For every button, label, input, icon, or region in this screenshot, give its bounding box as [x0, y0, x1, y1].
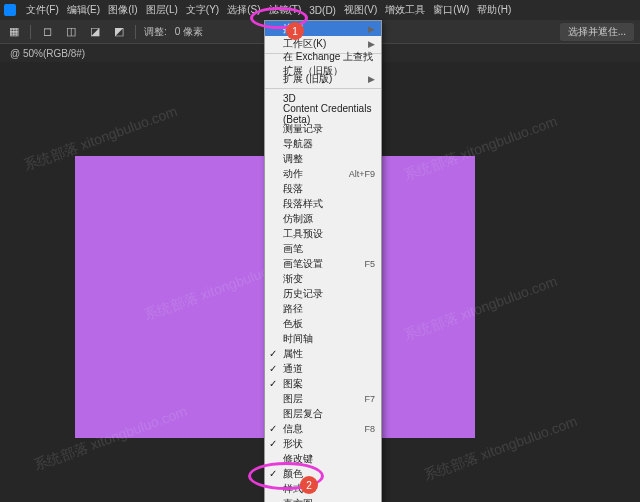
menu-type[interactable]: 文字(Y) — [182, 3, 223, 17]
feather-value[interactable]: 0 像素 — [175, 25, 203, 39]
menu-item-label: 路径 — [283, 302, 303, 316]
menu-item[interactable]: 图层F7 — [265, 391, 381, 406]
menu-item[interactable]: 测量记录 — [265, 121, 381, 136]
menu-item-label: 段落 — [283, 182, 303, 196]
menu-item-label: 画笔设置 — [283, 257, 323, 271]
menu-item[interactable]: 动作Alt+F9 — [265, 166, 381, 181]
menu-item-label: 通道 — [283, 362, 303, 376]
menu-item[interactable]: 图层复合 — [265, 406, 381, 421]
separator — [135, 25, 136, 39]
feather-label: 调整: — [144, 25, 167, 39]
menu-item[interactable]: 仿制源 — [265, 211, 381, 226]
menu-item[interactable]: 导航器 — [265, 136, 381, 151]
menu-item[interactable]: 通道 — [265, 361, 381, 376]
menu-item-label: 动作 — [283, 167, 303, 181]
menu-image[interactable]: 图像(I) — [104, 3, 141, 17]
menu-item[interactable]: 属性 — [265, 346, 381, 361]
menu-item-label: 形状 — [283, 437, 303, 451]
menu-item[interactable]: 图案 — [265, 376, 381, 391]
menu-item[interactable]: 形状 — [265, 436, 381, 451]
menu-item[interactable]: 段落 — [265, 181, 381, 196]
tool-icon[interactable]: ▦ — [6, 24, 22, 40]
menu-bar: 文件(F) 编辑(E) 图像(I) 图层(L) 文字(Y) 选择(S) 滤镜(T… — [0, 0, 640, 20]
menu-item-label: 画笔 — [283, 242, 303, 256]
menu-item-label: 历史记录 — [283, 287, 323, 301]
menu-plugins[interactable]: 增效工具 — [381, 3, 429, 17]
menu-item[interactable]: 历史记录 — [265, 286, 381, 301]
separator — [30, 25, 31, 39]
menu-item-label: 直方图 — [283, 497, 313, 503]
menu-shortcut: F5 — [364, 259, 375, 269]
menu-item-label: 色板 — [283, 317, 303, 331]
menu-item[interactable]: 色板 — [265, 316, 381, 331]
submenu-arrow-icon: ▶ — [368, 39, 375, 49]
menu-item[interactable]: 调整 — [265, 151, 381, 166]
menu-item[interactable]: 在 Exchange 上查找扩展（旧版） — [265, 56, 381, 71]
selection-new-icon[interactable]: ◻ — [39, 24, 55, 40]
annotation-marker-2: 2 — [300, 476, 318, 494]
menu-item[interactable]: 信息F8 — [265, 421, 381, 436]
menu-item-label: 信息 — [283, 422, 303, 436]
menu-item[interactable]: 时间轴 — [265, 331, 381, 346]
menu-item-label: 工具预设 — [283, 227, 323, 241]
menu-file[interactable]: 文件(F) — [22, 3, 63, 17]
menu-item[interactable]: 渐变 — [265, 271, 381, 286]
menu-item-label: 测量记录 — [283, 122, 323, 136]
menu-item[interactable]: 扩展 (旧版)▶ — [265, 71, 381, 86]
menu-shortcut: F7 — [364, 394, 375, 404]
menu-item-label: 时间轴 — [283, 332, 313, 346]
selection-intersect-icon[interactable]: ◩ — [111, 24, 127, 40]
menu-item[interactable]: 画笔 — [265, 241, 381, 256]
menu-item[interactable]: 直方图 — [265, 496, 381, 502]
menu-3d[interactable]: 3D(D) — [305, 5, 340, 16]
selection-add-icon[interactable]: ◫ — [63, 24, 79, 40]
menu-item-label: 导航器 — [283, 137, 313, 151]
menu-item[interactable]: 工具预设 — [265, 226, 381, 241]
menu-shortcut: F8 — [364, 424, 375, 434]
annotation-marker-1: 1 — [286, 22, 304, 40]
submenu-arrow-icon: ▶ — [368, 74, 375, 84]
selection-subtract-icon[interactable]: ◪ — [87, 24, 103, 40]
menu-item-label: 图层 — [283, 392, 303, 406]
menu-item-label: 图层复合 — [283, 407, 323, 421]
menu-item[interactable]: 路径 — [265, 301, 381, 316]
menu-view[interactable]: 视图(V) — [340, 3, 381, 17]
menu-window[interactable]: 窗口(W) — [429, 3, 473, 17]
menu-item-label: 图案 — [283, 377, 303, 391]
window-menu-dropdown: 排列▶工作区(K)▶在 Exchange 上查找扩展（旧版）扩展 (旧版)▶3D… — [264, 20, 382, 502]
select-and-mask-button[interactable]: 选择并遮住... — [560, 23, 634, 41]
menu-item[interactable]: 段落样式 — [265, 196, 381, 211]
menu-layer[interactable]: 图层(L) — [142, 3, 182, 17]
menu-item-label: 调整 — [283, 152, 303, 166]
menu-help[interactable]: 帮助(H) — [473, 3, 515, 17]
menu-item[interactable]: 画笔设置F5 — [265, 256, 381, 271]
menu-item-label: 仿制源 — [283, 212, 313, 226]
menu-item-label: 渐变 — [283, 272, 303, 286]
submenu-arrow-icon: ▶ — [368, 24, 375, 34]
menu-item-label: 扩展 (旧版) — [283, 72, 332, 86]
menu-item-label: 属性 — [283, 347, 303, 361]
menu-edit[interactable]: 编辑(E) — [63, 3, 104, 17]
app-logo-icon — [4, 4, 16, 16]
menu-shortcut: Alt+F9 — [349, 169, 375, 179]
menu-item-label: 段落样式 — [283, 197, 323, 211]
menu-item[interactable]: Content Credentials (Beta) — [265, 106, 381, 121]
